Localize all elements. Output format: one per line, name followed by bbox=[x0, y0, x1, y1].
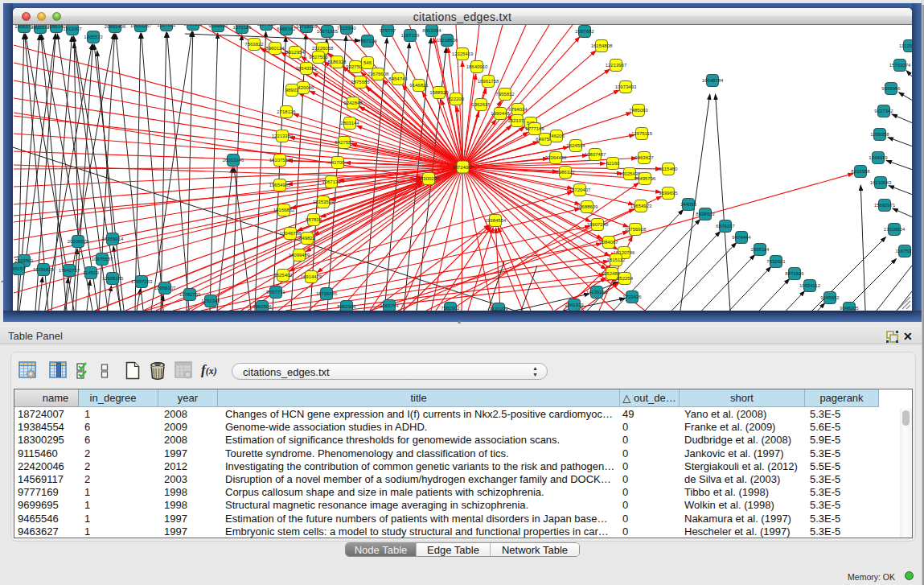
svg-text:12353594: 12353594 bbox=[313, 200, 335, 204]
svg-text:1527602: 1527602 bbox=[157, 25, 176, 27]
svg-text:1167139: 1167139 bbox=[401, 33, 421, 38]
svg-text:1063764: 1063764 bbox=[380, 303, 399, 308]
svg-text:16961758: 16961758 bbox=[478, 79, 499, 84]
svg-text:12213967: 12213967 bbox=[606, 63, 627, 68]
svg-text:10782759: 10782759 bbox=[179, 292, 201, 297]
svg-text:8427552: 8427552 bbox=[335, 140, 354, 145]
svg-text:7632621: 7632621 bbox=[766, 259, 786, 264]
svg-text:6466162: 6466162 bbox=[277, 27, 296, 31]
svg-text:114519: 114519 bbox=[83, 270, 99, 275]
svg-text:20206578: 20206578 bbox=[68, 239, 89, 244]
svg-text:7857224: 7857224 bbox=[358, 39, 377, 43]
svg-text:9699695: 9699695 bbox=[659, 191, 678, 196]
svg-text:9463627: 9463627 bbox=[634, 155, 654, 160]
svg-text:23676608: 23676608 bbox=[368, 72, 389, 76]
svg-text:26053346: 26053346 bbox=[223, 158, 244, 163]
svg-text:12975115: 12975115 bbox=[631, 131, 653, 136]
svg-text:9146821: 9146821 bbox=[409, 83, 429, 88]
svg-text:7563822: 7563822 bbox=[244, 42, 264, 47]
svg-text:1621072: 1621072 bbox=[507, 118, 527, 123]
svg-text:9827500: 9827500 bbox=[309, 55, 328, 60]
svg-text:8962906: 8962906 bbox=[337, 304, 356, 309]
svg-text:19654985: 19654985 bbox=[269, 183, 291, 187]
svg-text:2718126: 2718126 bbox=[277, 109, 296, 114]
svg-text:9227342: 9227342 bbox=[874, 109, 893, 113]
svg-text:8813054: 8813054 bbox=[422, 28, 441, 33]
svg-text:17359914: 17359914 bbox=[102, 237, 124, 241]
svg-text:3875685: 3875685 bbox=[351, 80, 370, 84]
svg-text:1588520: 1588520 bbox=[429, 90, 449, 95]
svg-text:20991406: 20991406 bbox=[105, 25, 126, 29]
svg-text:9048205: 9048205 bbox=[840, 306, 859, 311]
svg-text:1962506: 1962506 bbox=[253, 304, 272, 309]
svg-text:8186328: 8186328 bbox=[327, 60, 347, 64]
svg-text:16648784: 16648784 bbox=[702, 78, 724, 83]
svg-text:9242848: 9242848 bbox=[343, 101, 363, 105]
svg-text:979737: 979737 bbox=[380, 28, 396, 33]
svg-text:9599800: 9599800 bbox=[208, 25, 228, 28]
svg-text:2087682: 2087682 bbox=[575, 29, 594, 34]
svg-text:10653267: 10653267 bbox=[130, 25, 152, 28]
svg-text:19384554: 19384554 bbox=[485, 218, 507, 223]
svg-text:16154808: 16154808 bbox=[591, 43, 613, 48]
svg-text:18724007: 18724007 bbox=[452, 165, 474, 170]
svg-text:3267130: 3267130 bbox=[322, 179, 341, 184]
svg-text:9657771: 9657771 bbox=[266, 290, 285, 295]
svg-text:14099489: 14099489 bbox=[289, 253, 310, 257]
svg-text:1167537: 1167537 bbox=[896, 249, 912, 253]
svg-text:144095: 144095 bbox=[680, 202, 697, 207]
svg-text:7986322: 7986322 bbox=[556, 170, 575, 175]
svg-text:10654112: 10654112 bbox=[799, 283, 821, 288]
svg-text:1812007: 1812007 bbox=[63, 27, 82, 31]
svg-text:1244419: 1244419 bbox=[869, 155, 888, 160]
svg-text:18907249: 18907249 bbox=[587, 222, 609, 227]
svg-text:849822: 849822 bbox=[299, 236, 316, 241]
svg-text:10719135: 10719135 bbox=[296, 25, 318, 29]
svg-text:17942757: 17942757 bbox=[59, 268, 80, 273]
svg-text:9329966: 9329966 bbox=[881, 86, 901, 91]
svg-text:41700: 41700 bbox=[331, 160, 345, 165]
svg-text:252254: 252254 bbox=[617, 276, 634, 281]
svg-text:6794024: 6794024 bbox=[508, 107, 528, 112]
svg-text:8215958: 8215958 bbox=[851, 169, 870, 174]
svg-text:17957253: 17957253 bbox=[131, 279, 153, 284]
svg-text:10973493: 10973493 bbox=[615, 84, 637, 89]
svg-text:746206: 746206 bbox=[548, 134, 565, 138]
svg-text:887834: 887834 bbox=[306, 217, 322, 222]
svg-text:16107553: 16107553 bbox=[269, 158, 291, 163]
svg-text:19654923: 19654923 bbox=[630, 204, 652, 208]
svg-text:8454749: 8454749 bbox=[388, 76, 408, 81]
svg-text:1209358: 1209358 bbox=[870, 132, 889, 137]
svg-text:16671365: 16671365 bbox=[317, 29, 339, 34]
svg-text:18300295: 18300295 bbox=[418, 176, 440, 181]
svg-text:9474444: 9474444 bbox=[732, 235, 751, 240]
svg-text:20364436: 20364436 bbox=[545, 155, 567, 160]
svg-text:1362615: 1362615 bbox=[471, 102, 491, 107]
svg-text:11156829: 11156829 bbox=[33, 267, 54, 272]
svg-text:10975687: 10975687 bbox=[92, 257, 113, 262]
svg-text:8912954: 8912954 bbox=[285, 50, 305, 55]
svg-text:8938923: 8938923 bbox=[696, 212, 715, 216]
svg-text:7582902: 7582902 bbox=[441, 306, 460, 311]
svg-text:62160: 62160 bbox=[606, 161, 620, 166]
svg-text:1733426: 1733426 bbox=[622, 295, 642, 299]
svg-text:822203: 822203 bbox=[448, 97, 465, 101]
svg-text:9777169: 9777169 bbox=[525, 126, 544, 131]
svg-text:14136141: 14136141 bbox=[586, 290, 608, 295]
svg-text:15720407: 15720407 bbox=[569, 187, 591, 192]
svg-text:7515540: 7515540 bbox=[337, 26, 356, 31]
svg-text:8960124: 8960124 bbox=[265, 46, 285, 51]
svg-text:7485063: 7485063 bbox=[629, 108, 648, 113]
svg-text:7955812: 7955812 bbox=[495, 92, 515, 97]
svg-text:10688609: 10688609 bbox=[577, 204, 598, 209]
svg-text:7625402: 7625402 bbox=[273, 273, 293, 278]
svg-text:11125401: 11125401 bbox=[899, 43, 912, 48]
svg-text:3624554: 3624554 bbox=[566, 143, 585, 148]
svg-text:8471626: 8471626 bbox=[785, 271, 804, 276]
svg-text:2935114: 2935114 bbox=[751, 247, 770, 252]
svg-text:10958107: 10958107 bbox=[154, 286, 176, 290]
svg-text:2803144: 2803144 bbox=[340, 121, 359, 126]
svg-text:39157: 39157 bbox=[13, 266, 26, 271]
svg-text:18640910: 18640910 bbox=[466, 64, 488, 69]
svg-text:10046788: 10046788 bbox=[280, 231, 302, 236]
